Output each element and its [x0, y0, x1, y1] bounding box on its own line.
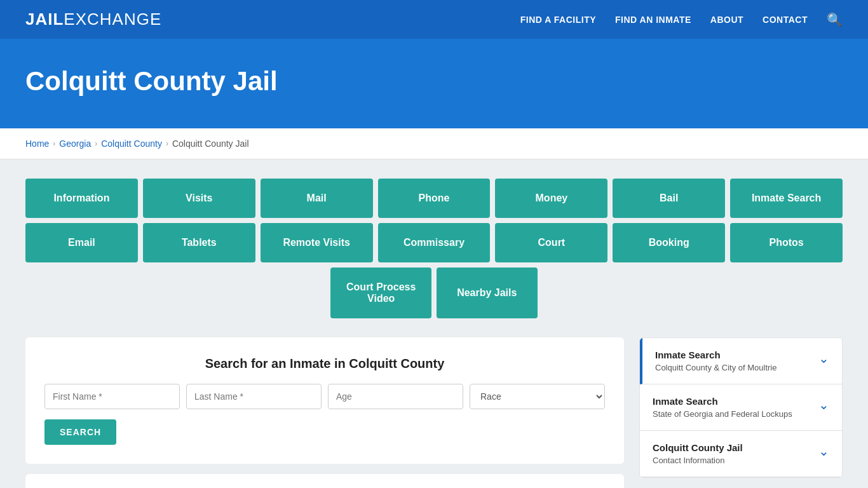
logo-part1: JAIL — [25, 10, 64, 29]
breadcrumb-sep-2: › — [95, 139, 97, 148]
tile-bail[interactable]: Bail — [613, 179, 725, 218]
sidebar-item-contact-info[interactable]: Colquitt County Jail Contact Information… — [640, 431, 842, 477]
inmate-search-card: Search for an Inmate in Colquitt County … — [25, 337, 624, 464]
sidebar-item-title-1: Inmate Search — [655, 349, 776, 360]
sidebar-item-sub-2: State of Georgia and Federal Lockups — [653, 409, 792, 419]
age-input[interactable] — [328, 384, 463, 409]
tile-row-1: Information Visits Mail Phone Money Bail… — [25, 179, 843, 218]
race-select[interactable]: Race White Black Hispanic Asian Other — [470, 384, 605, 409]
last-name-input[interactable] — [186, 384, 322, 409]
sidebar-item-text-3: Colquitt County Jail Contact Information — [653, 442, 743, 465]
nav-links: FIND A FACILITY FIND AN INMATE ABOUT CON… — [520, 12, 843, 27]
breadcrumb-current: Colquitt County Jail — [172, 139, 249, 149]
left-panel: Search for an Inmate in Colquitt County … — [25, 337, 624, 488]
breadcrumb-sep-3: › — [166, 139, 168, 148]
breadcrumb-sep-1: › — [53, 139, 55, 148]
breadcrumb-georgia[interactable]: Georgia — [59, 139, 91, 149]
tile-email[interactable]: Email — [25, 223, 138, 262]
tile-tablets[interactable]: Tablets — [143, 223, 255, 262]
content-layout: Search for an Inmate in Colquitt County … — [25, 337, 843, 488]
sidebar-item-title-2: Inmate Search — [653, 396, 792, 407]
tile-row-3: Court Process Video Nearby Jails — [330, 268, 537, 318]
tile-inmate-search[interactable]: Inmate Search — [730, 179, 843, 218]
sidebar-item-title-3: Colquitt County Jail — [653, 442, 743, 453]
logo-part2: EXCHANGE — [64, 10, 161, 29]
tile-button-grid: Information Visits Mail Phone Money Bail… — [25, 179, 843, 318]
chevron-down-icon-1: ⌄ — [818, 351, 829, 366]
sidebar-item-text-1: Inmate Search Colquitt County & City of … — [655, 349, 776, 372]
tile-nearby-jails[interactable]: Nearby Jails — [437, 268, 538, 318]
hero-section: Colquitt County Jail — [0, 41, 868, 128]
tile-visits[interactable]: Visits — [143, 179, 255, 218]
tile-court-process-video[interactable]: Court Process Video — [330, 268, 431, 318]
first-name-input[interactable] — [44, 384, 180, 409]
sidebar-item-inmate-search-georgia[interactable]: Inmate Search State of Georgia and Feder… — [640, 384, 842, 431]
tile-court[interactable]: Court — [495, 223, 607, 262]
search-inputs-row: Race White Black Hispanic Asian Other — [44, 384, 605, 409]
breadcrumb-home[interactable]: Home — [25, 139, 49, 149]
tile-mail[interactable]: Mail — [261, 179, 373, 218]
tile-row-2: Email Tablets Remote Visits Commissary C… — [25, 223, 843, 262]
breadcrumb-colquitt-county[interactable]: Colquitt County — [101, 139, 162, 149]
main-area: Information Visits Mail Phone Money Bail… — [0, 159, 868, 488]
sidebar-item-sub-3: Contact Information — [653, 456, 743, 465]
nav-contact[interactable]: CONTACT — [763, 15, 808, 25]
search-button[interactable]: SEARCH — [44, 419, 116, 445]
site-logo[interactable]: JAILEXCHANGE — [25, 10, 161, 29]
page-title: Colquitt County Jail — [25, 66, 843, 97]
chevron-down-icon-3: ⌄ — [818, 444, 829, 459]
nav-about[interactable]: ABOUT — [710, 15, 743, 25]
tile-phone[interactable]: Phone — [378, 179, 491, 218]
sidebar-item-inmate-search-colquitt[interactable]: Inmate Search Colquitt County & City of … — [640, 338, 842, 384]
tile-remote-visits[interactable]: Remote Visits — [261, 223, 373, 262]
sidebar-item-text-2: Inmate Search State of Georgia and Feder… — [653, 396, 792, 419]
nav-find-facility[interactable]: FIND A FACILITY — [520, 15, 596, 25]
info-card: Colquitt County Jail Information — [25, 474, 624, 488]
nav-search-button[interactable]: 🔍 — [827, 12, 843, 27]
navbar: JAILEXCHANGE FIND A FACILITY FIND AN INM… — [0, 0, 868, 41]
chevron-down-icon-2: ⌄ — [818, 397, 829, 412]
breadcrumb-bar: Home › Georgia › Colquitt County › Colqu… — [0, 128, 868, 159]
tile-commissary[interactable]: Commissary — [378, 223, 491, 262]
tile-photos[interactable]: Photos — [730, 223, 843, 262]
search-form-title: Search for an Inmate in Colquitt County — [44, 356, 605, 371]
breadcrumb: Home › Georgia › Colquitt County › Colqu… — [25, 139, 843, 149]
sidebar-item-sub-1: Colquitt County & City of Moultrie — [655, 363, 776, 372]
tile-booking[interactable]: Booking — [613, 223, 725, 262]
tile-money[interactable]: Money — [495, 179, 607, 218]
tile-information[interactable]: Information — [25, 179, 138, 218]
sidebar-panel: Inmate Search Colquitt County & City of … — [639, 337, 843, 478]
nav-find-inmate[interactable]: FIND AN INMATE — [615, 15, 691, 25]
